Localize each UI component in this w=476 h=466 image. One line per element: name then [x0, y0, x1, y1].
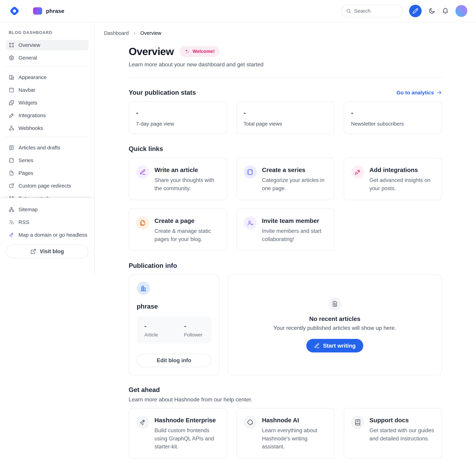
article-doc-icon — [9, 145, 14, 151]
external-link-icon — [30, 248, 36, 255]
sidebar-item-label: Series — [18, 157, 33, 163]
start-writing-label: Start writing — [323, 343, 356, 349]
sidebar: BLOG DASHBOARD Overview General Appearan… — [0, 22, 95, 275]
write-button[interactable] — [409, 5, 422, 17]
quick-link-write-article[interactable]: Write an article Share your thoughts wit… — [129, 158, 227, 200]
page-icon — [9, 170, 14, 176]
go-to-analytics-link[interactable]: Go to analytics — [396, 90, 442, 96]
recent-articles-card: No recent articles Your recently publish… — [228, 275, 442, 375]
sidebar-divider — [6, 137, 88, 137]
section-divider — [129, 78, 442, 78]
page-subtitle: Learn more about your new dashboard and … — [129, 61, 442, 68]
sidebar-item-integrations[interactable]: Integrations — [6, 110, 88, 121]
stat-value: - — [144, 322, 158, 330]
sidebar-item-overview[interactable]: Overview — [6, 40, 88, 50]
quick-link-desc: Create & manage static pages for your bl… — [155, 227, 220, 243]
sidebar-item-appearance[interactable]: Appearance — [6, 72, 88, 82]
stat-card-total: - Total page views — [236, 102, 334, 134]
card-desc: Get started with our guides and detailed… — [369, 426, 435, 443]
breadcrumb-overview[interactable]: Overview — [140, 30, 161, 36]
card-hashnode-enterprise[interactable]: Hashnode Enterprise Build custom fronten… — [129, 408, 227, 458]
sidebar-item-label: Webhooks — [18, 125, 43, 131]
card-hashnode-ai[interactable]: Hashnode AI Learn everything about Hashn… — [236, 408, 334, 458]
shooting-star-icon — [136, 416, 149, 429]
quick-link-invite-member[interactable]: Invite team member Invite members and st… — [236, 209, 334, 251]
gear-icon — [9, 55, 14, 61]
stat-label: Article — [144, 332, 158, 338]
sidebar-item-pages[interactable]: Pages — [6, 168, 88, 178]
notifications-button[interactable] — [442, 8, 449, 14]
external-arrow-icon — [9, 183, 14, 189]
welcome-badge: Welcome! — [180, 46, 220, 57]
header-divider — [26, 7, 27, 15]
quick-links-heading: Quick links — [129, 145, 163, 152]
publication-info-heading: Publication info — [129, 262, 177, 269]
quick-link-create-series[interactable]: Create a series Categorize your articles… — [236, 158, 334, 200]
sidebar-item-webhooks[interactable]: Webhooks — [6, 123, 88, 133]
shooting-star-icon — [9, 232, 14, 238]
visit-blog-button[interactable]: Visit blog — [6, 245, 88, 258]
sidebar-item-navbar[interactable]: Navbar — [6, 85, 88, 95]
sidebar-item-sitemap[interactable]: Sitemap — [6, 204, 88, 215]
sidebar-item-map-domain[interactable]: Map a domain or go headless — [6, 230, 88, 240]
quick-links-cards: Write an article Share your thoughts wit… — [129, 158, 442, 251]
arrow-right-icon — [436, 90, 442, 95]
search-icon — [346, 8, 351, 13]
pencil-icon — [314, 343, 320, 349]
sidebar-item-widgets[interactable]: Widgets — [6, 97, 88, 108]
search-input-wrapper[interactable] — [341, 5, 403, 17]
sitemap-icon — [9, 207, 14, 212]
quick-link-add-integrations[interactable]: Add integrations Get advanced insights o… — [344, 158, 442, 200]
stat-value: - — [184, 322, 202, 330]
publication-avatar — [33, 7, 42, 15]
user-avatar[interactable] — [455, 5, 467, 17]
publication-stat-article: - Article — [144, 322, 158, 338]
user-plus-icon — [244, 216, 257, 230]
sidebar-item-general[interactable]: General — [6, 53, 88, 63]
dark-mode-toggle[interactable] — [428, 8, 435, 14]
sidebar-item-label: Navbar — [18, 87, 35, 93]
sidebar-item-label: Custom page redirects — [18, 183, 71, 189]
sidebar-item-rss[interactable]: RSS — [6, 217, 88, 227]
puzzle-icon — [9, 100, 14, 105]
hashnode-logo-icon[interactable] — [9, 5, 20, 17]
overview-icon — [9, 42, 14, 48]
card-title: Hashnode Enterprise — [155, 416, 220, 424]
sidebar-item-label: RSS — [18, 219, 29, 225]
stat-label: Newsletter subscribers — [351, 121, 435, 127]
bell-icon — [442, 8, 449, 14]
breadcrumb: Dashboard Overview — [95, 22, 476, 36]
quick-link-title: Add integrations — [369, 165, 435, 174]
sidebar-item-label: Appearance — [18, 74, 47, 80]
card-desc: Build custom frontends using GraphQL API… — [155, 426, 220, 451]
card-support-docs[interactable]: Support docs Get started with our guides… — [344, 408, 442, 458]
moon-icon — [428, 8, 435, 14]
get-ahead-heading: Get ahead — [129, 386, 160, 394]
sparkles-icon — [185, 49, 190, 54]
pencil-icon — [412, 8, 418, 14]
notebook-icon — [244, 165, 257, 179]
sidebar-item-label: Widgets — [18, 100, 37, 106]
publication-switcher[interactable]: phrase — [33, 7, 64, 15]
file-text-icon — [328, 297, 342, 311]
stat-value: - — [244, 109, 327, 117]
quick-link-title: Write an article — [155, 165, 220, 174]
sidebar-item-series[interactable]: Series — [6, 155, 88, 166]
get-ahead-cards: Hashnode Enterprise Build custom fronten… — [129, 408, 442, 458]
edit-blog-info-button[interactable]: Edit blog info — [137, 354, 211, 367]
empty-state-desc: Your recently published articles will sh… — [273, 325, 396, 331]
sidebar-item-custom-redirects[interactable]: Custom page redirects — [6, 181, 88, 191]
stat-value: - — [136, 109, 220, 117]
book-icon — [351, 416, 364, 429]
quick-link-title: Create a page — [155, 216, 220, 224]
start-writing-button[interactable]: Start writing — [306, 339, 363, 352]
breadcrumb-dashboard[interactable]: Dashboard — [104, 30, 129, 36]
building-icon — [137, 282, 150, 295]
search-input[interactable] — [354, 8, 398, 14]
quick-link-create-page[interactable]: Create a page Create & manage static pag… — [129, 209, 227, 251]
sidebar-item-label: Integrations — [18, 113, 46, 118]
sidebar-item-articles-drafts[interactable]: Articles and drafts — [6, 142, 88, 153]
visit-blog-label: Visit blog — [40, 248, 64, 255]
sidebar-item-label: Articles and drafts — [18, 145, 60, 151]
card-title: Support docs — [369, 416, 435, 424]
